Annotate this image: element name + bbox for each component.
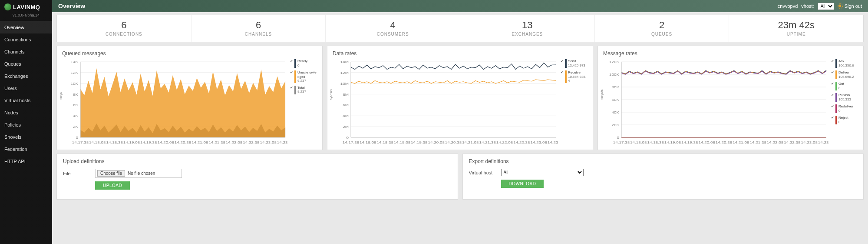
stat-channels[interactable]: 6CHANNELS [191,15,326,42]
svg-text:14:18:08: 14:18:08 [360,140,376,144]
svg-text:80K: 80K [611,85,619,89]
nav-item-connections[interactable]: Connections [0,33,52,46]
svg-text:14:19:08: 14:19:08 [123,140,140,144]
legend-item[interactable]: ✔Publish105,333 [831,93,858,102]
stat-label: CHANNELS [191,32,326,37]
nav-item-queues[interactable]: Queues [0,58,52,70]
stat-label: QUEUES [595,32,729,37]
legend-value: 105,698.2 [838,75,854,79]
file-input[interactable]: Choose file No file chosen [95,169,182,178]
legend-color [835,116,837,124]
vhost-select[interactable]: All [818,3,834,10]
legend-value: 0 [838,109,840,113]
svg-text:14:22:38: 14:22:38 [513,140,530,144]
svg-text:8K: 8K [73,92,78,96]
chart-legend: ✔Ack106,350.6✔Deliver105,698.2✔Get0✔Publ… [831,59,858,146]
svg-text:10K: 10K [70,82,78,86]
svg-text:14:20:08: 14:20:08 [428,140,444,144]
logo-icon [4,3,11,10]
svg-text:14:23:08: 14:23:08 [530,140,547,144]
nav-item-virtual-hosts[interactable]: Virtual hosts [0,94,52,107]
nav-item-overview[interactable]: Overview [0,21,52,33]
svg-text:14:23:08: 14:23:08 [801,140,817,144]
legend-item[interactable]: ✔Redeliver0 [831,104,858,113]
nav-item-nodes[interactable]: Nodes [0,107,52,119]
svg-text:12M: 12M [340,71,349,75]
svg-text:14:17:38: 14:17:38 [72,140,89,144]
chart-canvas: bytes/s02M4M6M8M10M12M14M14:17:3814:18:0… [333,59,558,146]
nav-item-http-api[interactable]: HTTP API [0,155,52,167]
check-icon: ✔ [561,59,564,68]
svg-text:14:20:38: 14:20:38 [716,140,732,144]
export-vhost-select[interactable]: All [501,169,584,176]
legend-value: 0 [838,86,840,90]
nav-item-policies[interactable]: Policies [0,119,52,131]
legend-item[interactable]: ✔Reject0 [831,116,858,124]
legend-name: Publish [838,93,850,97]
upload-button[interactable]: UPLOAD [95,181,130,190]
svg-text:8M: 8M [343,92,349,96]
legend-color [835,104,837,113]
svg-text:14:22:38: 14:22:38 [243,140,259,144]
charts-row: Queued messagesmsgs02K4K6K8K10K12K14K14:… [56,46,864,150]
y-axis-label: msgs [59,92,63,100]
svg-text:14:18:38: 14:18:38 [106,140,122,144]
check-icon: ✔ [290,70,293,83]
upload-panel: Upload definitions File Choose file No f… [56,154,458,200]
legend-item[interactable]: ✔Deliver105,698.2 [831,70,858,79]
svg-text:14:18:08: 14:18:08 [89,140,106,144]
svg-text:6K: 6K [73,103,78,107]
nav-item-shovels[interactable]: Shovels [0,131,52,143]
check-icon: ✔ [831,116,834,124]
file-label: File [63,171,89,176]
legend-value: 9,237 [297,79,306,83]
legend-name: Get [838,82,844,86]
nav-item-exchanges[interactable]: Exchanges [0,70,52,82]
nav-item-channels[interactable]: Channels [0,46,52,58]
svg-text:14M: 14M [340,60,349,64]
gear-icon [838,3,843,9]
legend-item[interactable]: ✔Total9,237 [290,86,317,94]
stat-exchanges[interactable]: 13EXCHANGES [460,15,595,42]
signout-link[interactable]: Sign out [838,3,862,9]
check-icon: ✔ [831,104,834,113]
svg-text:14:20:38: 14:20:38 [175,140,191,144]
legend-item[interactable]: ✔Ready0 [290,59,317,68]
nav-item-users[interactable]: Users [0,82,52,94]
stat-consumers[interactable]: 4CONSUMERS [326,15,460,42]
export-title: Export definitions [469,158,858,164]
stat-uptime[interactable]: 23m 42sUPTIME [729,15,863,42]
legend-name: Deliver [838,70,849,74]
legend-item[interactable]: ✔Ack106,350.6 [831,59,858,68]
svg-text:120K: 120K [609,60,619,64]
svg-text:14:17:38: 14:17:38 [613,140,630,144]
brand-text: LAVINMQ [13,4,40,10]
legend-value: 10,554,685.4 [568,75,586,83]
svg-text:2M: 2M [343,125,349,129]
svg-text:14:21:38: 14:21:38 [208,140,225,144]
svg-text:60K: 60K [611,98,619,102]
choose-file-button[interactable]: Choose file [97,170,125,177]
svg-text:14:23:38: 14:23:38 [548,140,558,144]
svg-text:6M: 6M [343,103,349,107]
legend-color [565,59,567,68]
svg-text:14:20:08: 14:20:08 [157,140,174,144]
legend-color [565,70,567,83]
stat-connections[interactable]: 6CONNECTIONS [57,15,191,42]
svg-text:14:17:38: 14:17:38 [343,140,359,144]
nav-item-federation[interactable]: Federation [0,143,52,155]
legend-item[interactable]: ✔Get0 [831,82,858,90]
check-icon: ✔ [831,59,834,68]
download-button[interactable]: DOWNLOAD [501,180,544,188]
legend-item[interactable]: ✔Unacknowledged9,237 [290,70,317,83]
stat-value: 13 [460,20,594,31]
svg-text:12K: 12K [70,71,78,75]
svg-text:14K: 14K [70,60,78,64]
chart-title: Message rates [603,50,858,57]
legend-name: Unacknowledged [297,70,317,79]
legend-color [835,93,837,102]
legend-item[interactable]: ✔Send13,425,973 [561,59,587,68]
stat-queues[interactable]: 2QUEUES [595,15,729,42]
legend-color [294,70,296,83]
legend-item[interactable]: ✔Receive10,554,685.4 [561,70,587,83]
